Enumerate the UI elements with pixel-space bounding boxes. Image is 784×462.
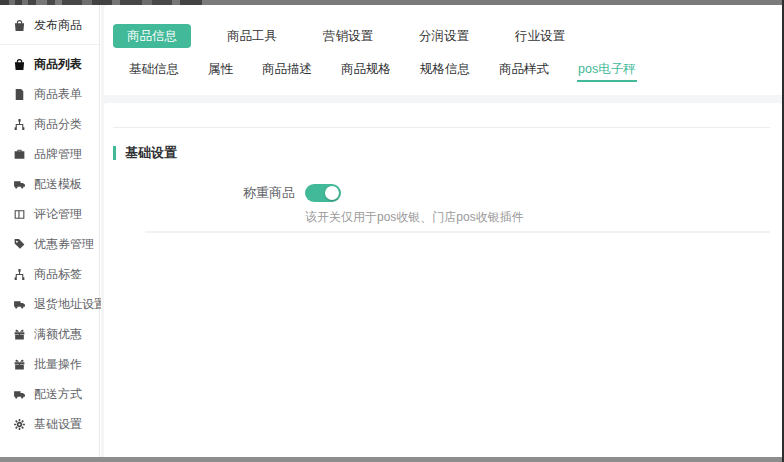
sidebar-divider (0, 44, 99, 45)
briefcase-icon (13, 148, 26, 161)
content-panel: 基础设置 称重商品 该开关仅用于pos收银、门店pos收银插件 (104, 103, 782, 457)
subtab-spec-info[interactable]: 规格信息 (419, 59, 471, 82)
primary-tabs: 商品信息 商品工具 营销设置 分润设置 行业设置 (104, 5, 782, 48)
subtab-product-style[interactable]: 商品样式 (498, 59, 550, 82)
window-top-bar (0, 0, 784, 5)
sidebar-item-label: 优惠券管理 (34, 236, 94, 253)
tab-profit-settings[interactable]: 分润设置 (409, 24, 479, 48)
weigh-product-label: 称重商品 (104, 184, 295, 202)
app-window: 发布商品 商品列表 商品表单 商品分类 品牌管理 配送模板 评论管理 (0, 0, 784, 462)
sidebar-item-label: 商品列表 (34, 56, 82, 73)
sidebar-item-label: 退货地址设置 (34, 296, 106, 313)
sidebar-item-label: 商品分类 (34, 116, 82, 133)
sidebar-item-label: 配送模板 (34, 176, 82, 193)
gift-icon (13, 358, 26, 371)
comment-panel-icon (13, 208, 26, 221)
sidebar-item-label: 批量操作 (34, 356, 82, 373)
subtab-basic-info[interactable]: 基础信息 (128, 59, 180, 82)
sidebar-item-coupon-management[interactable]: 优惠券管理 (0, 229, 99, 259)
truck-icon (13, 178, 26, 191)
weigh-product-toggle[interactable] (305, 184, 341, 202)
sidebar-item-label: 评论管理 (34, 206, 82, 223)
form-section-divider (145, 231, 770, 233)
sidebar-item-basic-settings[interactable]: 基础设置 (0, 409, 99, 439)
tab-product-info[interactable]: 商品信息 (113, 24, 191, 48)
sidebar-item-label: 发布商品 (34, 17, 82, 34)
subtab-product-description[interactable]: 商品描述 (261, 59, 313, 82)
subtab-attributes[interactable]: 属性 (207, 59, 234, 82)
section-title-basic-settings: 基础设置 (113, 144, 177, 162)
sidebar-item-full-discount[interactable]: 满额优惠 (0, 319, 99, 349)
tabs-panel: 商品信息 商品工具 营销设置 分润设置 行业设置 基础信息 属性 商品描述 商品… (104, 5, 782, 95)
weigh-product-form-row: 称重商品 (104, 184, 782, 202)
sidebar-item-brand-management[interactable]: 品牌管理 (0, 139, 99, 169)
tab-marketing-settings[interactable]: 营销设置 (313, 24, 383, 48)
truck-icon (13, 388, 26, 401)
form-icon (13, 88, 26, 101)
main-area: 商品信息 商品工具 营销设置 分润设置 行业设置 基础信息 属性 商品描述 商品… (101, 5, 782, 457)
sitemap-icon (13, 118, 26, 131)
toggle-knob (325, 186, 339, 200)
sidebar-item-product-list[interactable]: 商品列表 (0, 49, 99, 79)
sidebar-item-delivery-template[interactable]: 配送模板 (0, 169, 99, 199)
tab-industry-settings[interactable]: 行业设置 (505, 24, 575, 48)
truck-icon (13, 298, 26, 311)
section-title-text: 基础设置 (125, 144, 177, 162)
tab-product-tools[interactable]: 商品工具 (217, 24, 287, 48)
sidebar-item-batch-operations[interactable]: 批量操作 (0, 349, 99, 379)
sidebar-item-label: 商品标签 (34, 266, 82, 283)
sidebar-item-label: 配送方式 (34, 386, 82, 403)
secondary-tabs: 基础信息 属性 商品描述 商品规格 规格信息 商品样式 pos电子秤 (104, 48, 782, 82)
sitemap-icon (13, 268, 26, 281)
sidebar-item-product-category[interactable]: 商品分类 (0, 109, 99, 139)
content-header-divider (113, 127, 770, 128)
subtab-pos-scale[interactable]: pos电子秤 (577, 59, 637, 82)
sidebar-item-publish-product[interactable]: 发布商品 (0, 10, 99, 40)
sidebar-item-delivery-method[interactable]: 配送方式 (0, 379, 99, 409)
sidebar-item-review-management[interactable]: 评论管理 (0, 199, 99, 229)
weigh-product-help-text: 该开关仅用于pos收银、门店pos收银插件 (305, 209, 524, 226)
window-bottom-bar (0, 457, 784, 462)
sidebar-item-label: 满额优惠 (34, 326, 82, 343)
sidebar-item-label: 品牌管理 (34, 146, 82, 163)
sidebar-item-label: 基础设置 (34, 416, 82, 433)
subtab-product-spec[interactable]: 商品规格 (340, 59, 392, 82)
sidebar-item-product-form[interactable]: 商品表单 (0, 79, 99, 109)
section-title-accent-bar (113, 146, 116, 160)
bag-icon (13, 19, 26, 32)
gift-icon (13, 328, 26, 341)
sidebar-item-return-address-settings[interactable]: 退货地址设置 (0, 289, 99, 319)
bag-icon (13, 58, 26, 71)
sidebar: 发布商品 商品列表 商品表单 商品分类 品牌管理 配送模板 评论管理 (0, 5, 100, 457)
tag-icon (13, 238, 26, 251)
sidebar-item-label: 商品表单 (34, 86, 82, 103)
gear-icon (13, 418, 26, 431)
sidebar-item-product-tags[interactable]: 商品标签 (0, 259, 99, 289)
